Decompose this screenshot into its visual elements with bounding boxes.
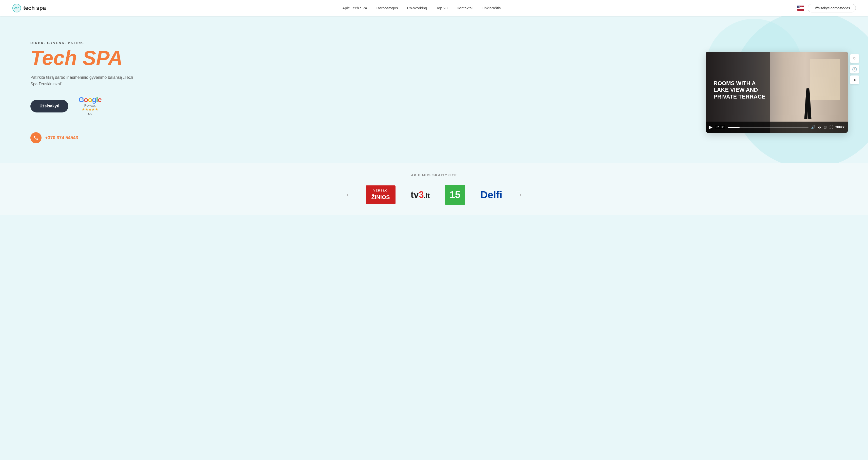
- clock-button[interactable]: 🕐: [850, 65, 859, 73]
- settings-icon[interactable]: ⚙: [818, 125, 821, 129]
- hero-description: Patirkite tikrą darbo ir asmeninio gyven…: [30, 74, 137, 87]
- press-title: APIE MUS SKAITYKITE: [20, 173, 848, 177]
- press-next-arrow[interactable]: ›: [518, 191, 523, 198]
- video-overlay-text: ROOMS WITH A LAKE VIEW AND PRIVATE TERRA…: [714, 80, 769, 100]
- logo-icon: [12, 4, 21, 13]
- hero-left: DIRBK. GYVENK. PATIRK. Tech SPA Patirkit…: [30, 41, 137, 143]
- nav-top20[interactable]: Top 20: [436, 6, 448, 10]
- hero-section: DIRBK. GYVENK. PATIRK. Tech SPA Patirkit…: [0, 16, 868, 163]
- nav-tinklarastis[interactable]: Tinklaraštis: [482, 6, 501, 10]
- hero-phone-row: +370 674 54543: [30, 132, 137, 143]
- phone-link[interactable]: +370 674 54543: [45, 135, 78, 141]
- 15min-logo: 15: [445, 185, 465, 205]
- progress-fill: [728, 127, 740, 128]
- delfi-logo: Delfi: [480, 189, 502, 201]
- progress-bar[interactable]: [728, 127, 809, 128]
- nav-darbostogos[interactable]: Darbostogos: [376, 6, 398, 10]
- nav-coworking[interactable]: Co-Working: [407, 6, 427, 10]
- fullscreen-icon[interactable]: ⛶: [829, 125, 833, 129]
- vimeo-logo: vimeo: [835, 125, 845, 129]
- google-logo: Google: [79, 96, 101, 103]
- volume-icon[interactable]: 🔊: [811, 125, 815, 129]
- video-duration: 01:12: [715, 125, 725, 129]
- nav-kontaktai[interactable]: Kontaktai: [457, 6, 473, 10]
- nav-right: ★★★★★★ ★★★★★ ★★★★★★ Užsisakyti darbostog…: [797, 4, 856, 12]
- nav-apie[interactable]: Apie Tech SPA: [342, 6, 367, 10]
- video-player[interactable]: ROOMS WITH A LAKE VIEW AND PRIVATE TERRA…: [706, 52, 848, 133]
- press-section: APIE MUS SKAITYKITE ‹ verslo žinios tv3.…: [0, 163, 868, 215]
- share-button[interactable]: ➤: [850, 75, 859, 84]
- star-rating: ★★★★★: [82, 108, 98, 112]
- google-reviews-block: Google Reviews ★★★★★ 4.9: [79, 96, 101, 116]
- hero-subtitle: DIRBK. GYVENK. PATIRK.: [30, 41, 137, 45]
- heart-button[interactable]: ♡: [850, 54, 859, 63]
- phone-icon: [33, 135, 38, 140]
- press-prev-arrow[interactable]: ‹: [345, 191, 350, 198]
- hero-right: ROOMS WITH A LAKE VIEW AND PRIVATE TERRA…: [706, 52, 848, 133]
- nav-links: Apie Tech SPA Darbostogos Co-Working Top…: [342, 6, 501, 10]
- google-reviews-label: Reviews: [84, 104, 96, 108]
- register-button[interactable]: Užsisakyti darbostogas: [808, 4, 856, 12]
- svg-point-0: [13, 4, 21, 12]
- verslo-zinios-logo: verslo žinios: [366, 185, 395, 205]
- language-flag[interactable]: ★★★★★★ ★★★★★ ★★★★★★: [797, 6, 804, 11]
- video-control-icons: 🔊 ⚙ ⊡ ⛶ vimeo: [811, 125, 845, 129]
- svg-rect-3: [797, 9, 804, 11]
- brand-name: tech spa: [23, 5, 46, 11]
- hero-title: Tech SPA: [30, 48, 137, 68]
- svg-text:★★★★★★: ★★★★★★: [798, 8, 802, 9]
- phone-icon-circle: [30, 132, 41, 143]
- logo-link[interactable]: tech spa: [12, 4, 46, 13]
- book-button[interactable]: Užsisakyti: [30, 100, 68, 113]
- google-rating-value: 4.9: [88, 112, 92, 116]
- video-controls: ▶ 01:12 🔊 ⚙ ⊡ ⛶ vimeo: [706, 122, 848, 133]
- window-effect: [810, 59, 840, 100]
- video-sidebar: ♡ 🕐 ➤: [850, 54, 859, 84]
- pip-icon[interactable]: ⊡: [824, 125, 827, 129]
- navbar: tech spa Apie Tech SPA Darbostogos Co-Wo…: [0, 0, 868, 16]
- press-logos: ‹ verslo žinios tv3.lt 15 Delfi ›: [20, 185, 848, 205]
- tv3-logo: tv3.lt: [411, 189, 430, 200]
- hero-cta-row: Užsisakyti Google Reviews ★★★★★ 4.9: [30, 96, 137, 116]
- play-button[interactable]: ▶: [709, 124, 713, 130]
